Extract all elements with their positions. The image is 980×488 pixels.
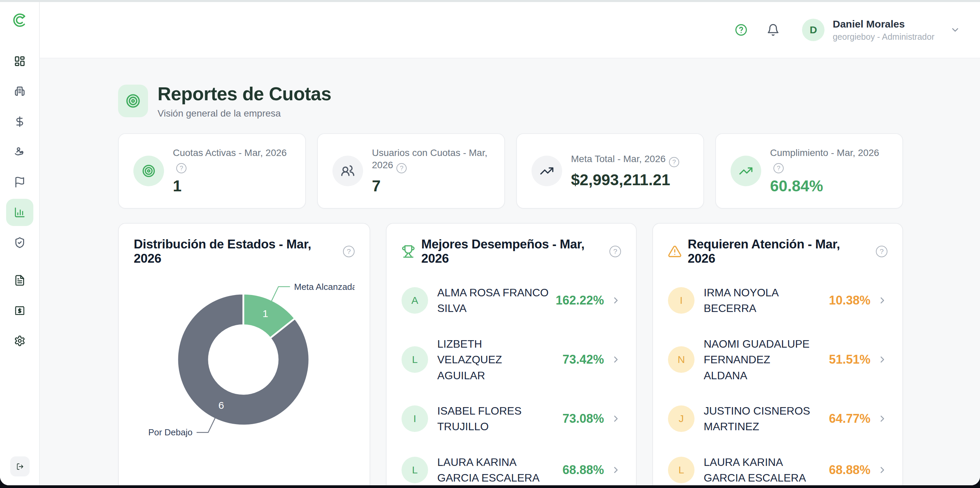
chevron-right-icon[interactable] — [877, 295, 888, 306]
chevron-right-icon[interactable] — [611, 465, 621, 475]
slice-value: 1 — [263, 308, 269, 319]
user-menu[interactable]: D Daniel Morales georgieboy - Administra… — [802, 18, 960, 42]
chevron-right-icon[interactable] — [877, 465, 888, 475]
help-icon[interactable]: ? — [773, 163, 784, 173]
stat-label: Usuarios con Cuotas - Mar, 2026 — [372, 147, 487, 170]
percent-value: 162.22% — [550, 293, 604, 307]
shield-check-icon — [14, 237, 25, 249]
flag-icon — [14, 176, 25, 188]
user-name: Daniel Morales — [833, 18, 934, 30]
person-name: LAURA KARINA GARCIA ESCALERA — [437, 454, 550, 485]
sidebar — [0, 2, 40, 485]
person-name: LIZBETH VELAZQUEZ AGUILAR — [437, 336, 550, 383]
help-icon[interactable]: ? — [609, 246, 621, 257]
help-icon[interactable]: ? — [876, 246, 888, 257]
chevron-right-icon[interactable] — [611, 414, 621, 424]
chevron-right-icon[interactable] — [611, 355, 621, 364]
slice-label: Meta Alcanzada — [294, 282, 355, 292]
list-item[interactable]: J JUSTINO CISNEROS MARTINEZ 64.77% — [668, 403, 888, 435]
stat-label: Cumplimiento - Mar, 2026 — [770, 147, 879, 158]
list-item[interactable]: L LAURA KARINA GARCIA ESCALERA 68.88% — [668, 454, 888, 485]
page-subtitle: Visión general de la empresa — [158, 108, 331, 119]
gear-icon — [14, 335, 25, 347]
help-button[interactable] — [734, 23, 748, 37]
list-item[interactable]: I IRMA NOYOLA BECERRA 10.38% — [668, 285, 888, 316]
percent-value: 51.51% — [816, 352, 870, 367]
stat-value: 7 — [372, 177, 492, 195]
panel-title: Mejores Desempeños - Mar, 2026 — [421, 237, 604, 266]
person-name: NAOMI GUADALUPE FERNANDEZ ALDANA — [704, 336, 816, 383]
percent-value: 73.42% — [550, 352, 604, 367]
list-item[interactable]: A ALMA ROSA FRANCO SILVA 162.22% — [401, 285, 621, 316]
person-name: ALMA ROSA FRANCO SILVA — [437, 285, 550, 316]
stat-value: 1 — [173, 177, 293, 195]
help-icon[interactable]: ? — [176, 163, 186, 173]
users-icon — [332, 156, 363, 186]
logout-button[interactable] — [10, 456, 30, 477]
app-window: D Daniel Morales georgieboy - Administra… — [0, 0, 980, 485]
avatar: L — [401, 457, 428, 483]
sidebar-item-goals[interactable] — [6, 168, 33, 196]
person-name: JUSTINO CISNEROS MARTINEZ — [704, 403, 816, 435]
avatar: L — [401, 346, 428, 373]
percent-value: 64.77% — [816, 412, 870, 426]
chevron-right-icon[interactable] — [611, 295, 621, 306]
topbar: D Daniel Morales georgieboy - Administra… — [40, 2, 980, 59]
stat-label: Meta Total - Mar, 2026 — [571, 154, 666, 164]
sidebar-item-commissions[interactable] — [6, 138, 33, 165]
avatar: N — [668, 346, 695, 373]
list-item[interactable]: I ISABEL FLORES TRUJILLO 73.08% — [401, 403, 621, 435]
panels-row: Distribución de Estados - Mar, 2026 ? 1M… — [118, 223, 903, 485]
chevron-right-icon[interactable] — [877, 414, 888, 424]
trophy-icon — [401, 245, 415, 258]
avatar: A — [401, 287, 428, 314]
panel-status-distribution: Distribución de Estados - Mar, 2026 ? 1M… — [118, 223, 370, 485]
trend-up-icon — [531, 156, 562, 186]
panel-title: Requieren Atención - Mar, 2026 — [688, 237, 870, 266]
page-title-target-icon — [118, 85, 148, 117]
help-icon[interactable]: ? — [343, 246, 355, 257]
slice-label: Por Debajo — [148, 427, 192, 437]
help-icon[interactable]: ? — [396, 163, 407, 173]
notifications-button[interactable] — [766, 23, 780, 37]
receipt-dollar-icon — [14, 305, 25, 316]
user-role: georgieboy - Administrador — [833, 32, 934, 42]
person-name: LAURA KARINA GARCIA ESCALERA — [704, 454, 816, 485]
dollar-icon — [14, 116, 25, 127]
stat-card-compliance: Cumplimiento - Mar, 2026? 60.84% — [715, 133, 903, 209]
trend-up-icon — [730, 156, 761, 186]
callout-line — [197, 418, 215, 432]
sidebar-item-companies[interactable] — [6, 78, 33, 105]
sidebar-item-audit[interactable] — [6, 229, 33, 256]
avatar: I — [668, 287, 695, 314]
chevron-down-icon[interactable] — [950, 25, 960, 35]
list-item[interactable]: L LAURA KARINA GARCIA ESCALERA 68.88% — [401, 454, 621, 485]
hand-user-icon — [14, 146, 25, 158]
sidebar-nav — [6, 48, 33, 358]
sidebar-item-reports[interactable] — [6, 199, 33, 226]
list-item[interactable]: L LIZBETH VELAZQUEZ AGUILAR 73.42% — [401, 336, 621, 383]
stat-card-users-with-quotas: Usuarios con Cuotas - Mar, 2026? 7 — [317, 133, 505, 209]
percent-value: 10.38% — [816, 293, 870, 307]
avatar: D — [802, 19, 824, 41]
file-text-icon — [14, 274, 25, 286]
sidebar-item-invoices[interactable] — [6, 297, 33, 324]
list-item[interactable]: N NAOMI GUADALUPE FERNANDEZ ALDANA 51.51… — [668, 336, 888, 383]
avatar: I — [401, 406, 428, 432]
needs-attention-list: I IRMA NOYOLA BECERRA 10.38% N NAOMI GUA… — [668, 285, 888, 485]
percent-value: 68.88% — [550, 463, 604, 477]
percent-value: 73.08% — [550, 412, 604, 426]
top-performers-list: A ALMA ROSA FRANCO SILVA 162.22% L LIZBE… — [401, 285, 621, 485]
logout-icon — [16, 463, 24, 471]
target-icon — [134, 156, 164, 186]
status-donut-chart: 1Meta Alcanzada6Por Debajo — [134, 272, 355, 464]
chevron-right-icon[interactable] — [877, 355, 888, 364]
brand-logo-icon — [10, 11, 29, 30]
page-title: Reportes de Cuotas — [158, 83, 331, 105]
help-icon[interactable]: ? — [669, 157, 679, 167]
person-name: ISABEL FLORES TRUJILLO — [437, 403, 550, 435]
sidebar-item-sales[interactable] — [6, 108, 33, 135]
sidebar-item-dashboard[interactable] — [6, 48, 33, 75]
sidebar-item-documents[interactable] — [6, 267, 33, 294]
sidebar-item-settings[interactable] — [6, 327, 33, 355]
